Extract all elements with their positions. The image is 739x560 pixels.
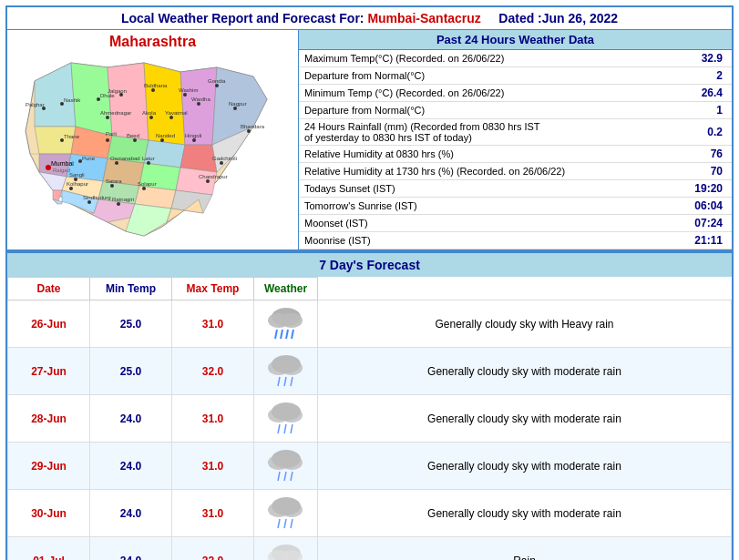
past24-label: Departure from Normal(°C) [299, 102, 673, 119]
header-date: Dated :Jun 26, 2022 [498, 11, 618, 25]
svg-line-115 [284, 424, 286, 433]
past24-label: Relative Humidity at 0830 hrs (%) [299, 146, 673, 163]
forecast-date: 29-Jun [8, 443, 90, 490]
svg-text:Nashik: Nashik [64, 97, 81, 103]
svg-line-102 [281, 330, 282, 339]
forecast-row: 27-Jun25.032.0 Generally cloudy sky with… [8, 348, 732, 395]
past24-value: 2 [673, 67, 732, 85]
forecast-max-temp: 31.0 [172, 490, 254, 537]
forecast-date: 30-Jun [8, 490, 90, 537]
svg-text:Yavatmal: Yavatmal [165, 110, 188, 116]
svg-text:Buldhana: Buldhana [144, 83, 168, 88]
svg-text:Nanded: Nanded [156, 133, 175, 138]
svg-point-113 [281, 408, 303, 423]
col-date: Date [8, 278, 90, 300]
forecast-section: 7 Day's Forecast Date Min Temp Max Temp … [7, 251, 732, 560]
forecast-weather-text: Generally cloudy sky with moderate rain [318, 490, 732, 537]
svg-marker-12 [108, 63, 149, 140]
past24-row: Minimum Temp (°C) (Recorded. on 26/06/22… [299, 85, 732, 102]
forecast-weather-icon [254, 537, 318, 561]
past24-label: Moonrise (IST) [299, 232, 673, 249]
past24-value: 32.9 [673, 50, 732, 67]
svg-line-101 [275, 330, 277, 339]
svg-point-82 [110, 184, 114, 188]
past24-value: 21:11 [673, 232, 732, 249]
map-title: Maharashtra [109, 34, 196, 50]
svg-line-108 [278, 377, 280, 386]
past24-row: Relative Humidity at 0830 hrs (%)76 [299, 146, 732, 163]
forecast-max-temp: 31.0 [172, 395, 254, 443]
forecast-weather-icon [254, 443, 318, 490]
svg-text:Palghar: Palghar [26, 102, 45, 107]
svg-text:Beed: Beed [127, 133, 139, 138]
past24-title: Past 24 Hours Weather Data [299, 30, 732, 50]
past24-row: Moonrise (IST)21:11 [299, 232, 732, 249]
forecast-min-temp: 25.0 [90, 300, 172, 348]
svg-text:Parli: Parli [106, 131, 117, 137]
svg-line-110 [291, 377, 293, 386]
svg-text:Bhandara: Bhandara [241, 124, 265, 129]
svg-text:Akola: Akola [142, 110, 157, 116]
past24-label: 24 Hours Rainfall (mm) (Recorded from 08… [299, 119, 673, 146]
forecast-weather-text: Generally cloudy sky with Heavy rain [318, 300, 732, 348]
past24-value: 07:24 [673, 215, 732, 232]
forecast-weather-icon [254, 348, 318, 395]
forecast-row: 26-Jun25.031.0 Generally cloudy sky with… [8, 300, 732, 348]
forecast-weather-text: Generally cloudy sky with moderate rain [318, 395, 732, 443]
forecast-weather-text: Generally cloudy sky with moderate rain [318, 348, 732, 395]
past24-value: 06:04 [673, 198, 732, 215]
forecast-header-row: Date Min Temp Max Temp Weather [8, 278, 732, 300]
past24-row: Maximum Temp(°C) (Recorded. on 26/06/22)… [299, 50, 732, 67]
past24-label: Departure from Normal(°C) [299, 67, 673, 85]
forecast-title: 7 Day's Forecast [7, 253, 732, 277]
past24-row: 24 Hours Rainfall (mm) (Recorded from 08… [299, 119, 732, 146]
svg-point-107 [281, 361, 303, 375]
svg-text:Pune: Pune [82, 156, 96, 161]
svg-point-62 [233, 107, 237, 110]
forecast-weather-text: Generally cloudy sky with moderate rain [318, 443, 732, 490]
svg-point-52 [106, 116, 109, 119]
forecast-min-temp: 24.0 [90, 395, 172, 443]
forecast-max-temp: 31.0 [172, 300, 254, 348]
forecast-max-temp: 31.0 [172, 443, 254, 490]
svg-point-80 [147, 161, 150, 165]
svg-point-90 [117, 202, 120, 206]
svg-line-103 [286, 330, 288, 339]
past24-row: Todays Sunset (IST)19:20 [299, 180, 732, 198]
past24-row: Tomorrow's Sunrise (IST)06:04 [299, 198, 732, 215]
forecast-date: 28-Jun [8, 395, 90, 443]
svg-point-96 [206, 179, 210, 183]
svg-text:Mumbai: Mumbai [51, 160, 74, 167]
past24-value: 0.2 [673, 119, 732, 146]
svg-point-66 [149, 116, 153, 119]
past24-row: Relative Humidity at 1730 hrs (%) (Recor… [299, 163, 732, 180]
svg-text:Sindhudurg: Sindhudurg [83, 195, 111, 200]
svg-line-126 [278, 519, 280, 528]
forecast-date: 26-Jun [8, 300, 90, 348]
past24-label: Moonset (IST) [299, 215, 673, 232]
svg-text:Osmanabad: Osmanabad [110, 156, 140, 161]
past24-row: Moonset (IST)07:24 [299, 215, 732, 232]
svg-point-60 [197, 102, 200, 106]
svg-text:Gondia: Gondia [208, 78, 226, 84]
svg-point-94 [220, 161, 223, 165]
svg-point-74 [160, 138, 164, 142]
forecast-table: Date Min Temp Max Temp Weather 26-Jun25.… [7, 277, 732, 560]
svg-text:Sangli: Sangli [69, 172, 85, 178]
svg-point-76 [192, 138, 196, 142]
svg-marker-16 [35, 127, 76, 154]
forecast-weather-icon [254, 395, 318, 443]
header-title: Local Weather Report and Forecast For: [121, 11, 364, 25]
svg-line-128 [291, 519, 293, 528]
past24-table: Maximum Temp(°C) (Recorded. on 26/06/22)… [299, 50, 732, 249]
col-weather: Weather [254, 278, 318, 300]
col-min-temp: Min Temp [90, 278, 172, 300]
svg-line-109 [284, 377, 286, 386]
svg-point-119 [281, 455, 303, 470]
svg-text:Thane: Thane [64, 134, 80, 139]
past24-label: Maximum Temp(°C) (Recorded. on 26/06/22) [299, 50, 673, 67]
svg-point-88 [87, 200, 91, 204]
top-section: Maharashtra [7, 30, 732, 251]
past24-value: 70 [673, 163, 732, 180]
past24-row: Departure from Normal(°C)1 [299, 102, 732, 119]
